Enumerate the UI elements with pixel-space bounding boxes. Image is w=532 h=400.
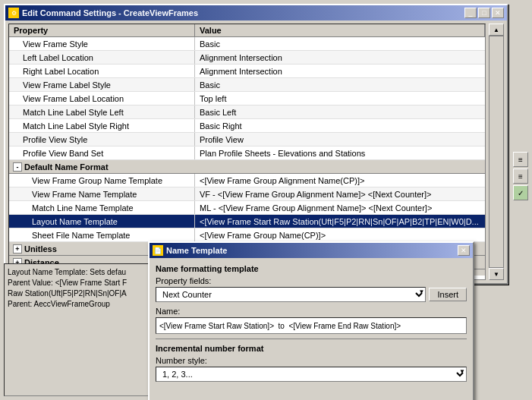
name-input[interactable] — [156, 317, 467, 334]
number-style-select-wrapper: 1, 2, 3... — [156, 367, 467, 382]
section-label-unitless: Unitless — [24, 244, 57, 254]
property-cell: Profile View Style — [9, 133, 195, 146]
value-cell: Top left — [195, 92, 485, 105]
number-style-row: 1, 2, 3... — [156, 367, 467, 382]
property-cell: Match Line Label Style Left — [9, 106, 195, 118]
main-title-bar: ⚙ Edit Command Settings - CreateViewFram… — [5, 5, 507, 20]
title-bar-left: ⚙ Edit Command Settings - CreateViewFram… — [8, 8, 198, 18]
value-cell: Basic — [195, 78, 485, 91]
value-cell: Plan Profile Sheets - Elevations and Sta… — [195, 146, 485, 159]
minimize-button[interactable]: _ — [464, 8, 477, 18]
number-style-select[interactable]: 1, 2, 3... — [156, 367, 467, 382]
property-fields-select[interactable]: Next Counter — [156, 287, 426, 302]
name-label: Name: — [156, 307, 467, 316]
table-row[interactable]: Profile View Style Profile View — [9, 133, 485, 146]
table-row[interactable]: Profile View Band Set Plan Profile Sheet… — [9, 146, 485, 160]
bottom-panel-text: Layout Name Template: Sets defau Parent … — [8, 267, 159, 310]
dialog-title: Name Template — [166, 246, 228, 255]
table-row-selected[interactable]: Layout Name Template <[View Frame Start … — [9, 215, 485, 228]
property-cell: Match Line Label Style Right — [9, 119, 195, 132]
dialog-title-left: 📄 Name Template — [153, 245, 228, 256]
value-cell: Basic Left — [195, 106, 485, 118]
dialog-separator — [156, 339, 467, 339]
property-cell: Left Label Location — [9, 51, 195, 64]
dialog-content: Name formatting template Property fields… — [150, 258, 473, 392]
section-header-default-name-format[interactable]: - Default Name Format — [9, 160, 485, 174]
table-row[interactable]: View Frame Label Style Basic — [9, 78, 485, 92]
table-row[interactable]: View Frame Label Location Top left — [9, 92, 485, 106]
section-label: Default Name Format — [24, 162, 109, 172]
expand-icon[interactable]: - — [12, 161, 24, 173]
table-row[interactable]: View Frame Name Template VF - <[View Fra… — [9, 187, 485, 201]
tree-collapse-icon[interactable]: - — [13, 162, 22, 172]
property-column-header: Property — [9, 24, 195, 36]
value-cell: Alignment Intersection — [195, 65, 485, 77]
value-cell: Basic Right — [195, 119, 485, 132]
table-row[interactable]: Match Line Name Template ML - <[View Fra… — [9, 201, 485, 215]
property-cell: Right Label Location — [9, 65, 195, 77]
value-cell: <[View Frame Start Raw Station(Uft|F5|P2… — [195, 215, 485, 228]
close-button[interactable]: ✕ — [492, 8, 504, 18]
side-action-btn-2[interactable]: ≡ — [513, 169, 528, 184]
property-fields-select-wrapper: Next Counter — [156, 287, 426, 302]
value-column-header: Value — [195, 24, 485, 36]
property-cell: Sheet File Name Template — [9, 228, 195, 241]
property-cell: View Frame Label Style — [9, 78, 195, 91]
table-row[interactable]: Sheet File Name Template <[View Frame Gr… — [9, 228, 485, 242]
value-cell: ML - <[View Frame Group Alignment Name]>… — [195, 201, 485, 214]
property-cell: Layout Name Template — [9, 215, 195, 228]
property-cell: View Frame Style — [9, 37, 195, 50]
property-fields-row: Next Counter Insert — [156, 287, 467, 302]
table-row[interactable]: View Frame Group Name Template <[View Fr… — [9, 174, 485, 187]
property-fields-label: Property fields: — [156, 276, 467, 285]
value-cell: Basic — [195, 37, 485, 50]
dialog-title-bar: 📄 Name Template ✕ — [150, 243, 473, 258]
main-window-icon: ⚙ — [8, 8, 19, 18]
side-action-toolbar: ≡ ≡ ✓ — [513, 152, 528, 200]
value-cell: <[View Frame Group Alignment Name(CP)]> — [195, 174, 485, 187]
property-cell: View Frame Name Template — [9, 187, 195, 200]
property-cell: Profile View Band Set — [9, 146, 195, 159]
tree-expand-icon[interactable]: + — [13, 244, 22, 254]
value-cell: VF - <[View Frame Group Alignment Name]>… — [195, 187, 485, 200]
main-window-title: Edit Command Settings - CreateViewFrames — [22, 8, 198, 17]
dialog-icon: 📄 — [153, 245, 163, 256]
insert-button[interactable]: Insert — [429, 288, 467, 301]
table-row[interactable]: Match Line Label Style Right Basic Right — [9, 119, 485, 133]
dialog-title-buttons: ✕ — [458, 245, 470, 256]
table-body: View Frame Style Basic Left Label Locati… — [9, 37, 485, 276]
maximize-button[interactable]: □ — [478, 8, 490, 18]
value-cell: Profile View — [195, 133, 485, 146]
dialog-close-button[interactable]: ✕ — [458, 245, 470, 256]
property-cell: View Frame Label Location — [9, 92, 195, 105]
value-cell: <[View Frame Group Name(CP)]> — [195, 228, 485, 241]
property-cell: View Frame Group Name Template — [9, 174, 195, 187]
table-header: Property Value — [9, 24, 485, 37]
side-action-btn-1[interactable]: ≡ — [513, 152, 528, 167]
scroll-up-button[interactable]: ▲ — [489, 24, 504, 36]
side-action-btn-3[interactable]: ✓ — [513, 185, 528, 200]
table-row[interactable]: View Frame Style Basic — [9, 37, 485, 51]
scroll-down-button[interactable]: ▼ — [489, 268, 504, 280]
name-template-dialog: 📄 Name Template ✕ Name formatting templa… — [148, 241, 474, 400]
table-row[interactable]: Right Label Location Alignment Intersect… — [9, 65, 485, 78]
incremental-section-label: Incremental number format — [156, 344, 467, 353]
value-cell: Alignment Intersection — [195, 51, 485, 64]
table-row[interactable]: Match Line Label Style Left Basic Left — [9, 106, 485, 119]
name-input-row — [156, 317, 467, 334]
name-formatting-section-label: Name formatting template — [156, 264, 467, 273]
property-cell: Match Line Name Template — [9, 201, 195, 214]
table-row[interactable]: Left Label Location Alignment Intersecti… — [9, 51, 485, 65]
title-buttons: _ □ ✕ — [464, 8, 504, 18]
expand-icon-unitless[interactable]: + — [12, 243, 24, 255]
number-style-label: Number style: — [156, 356, 467, 365]
bottom-info-panel: Layout Name Template: Sets defau Parent … — [4, 263, 163, 396]
